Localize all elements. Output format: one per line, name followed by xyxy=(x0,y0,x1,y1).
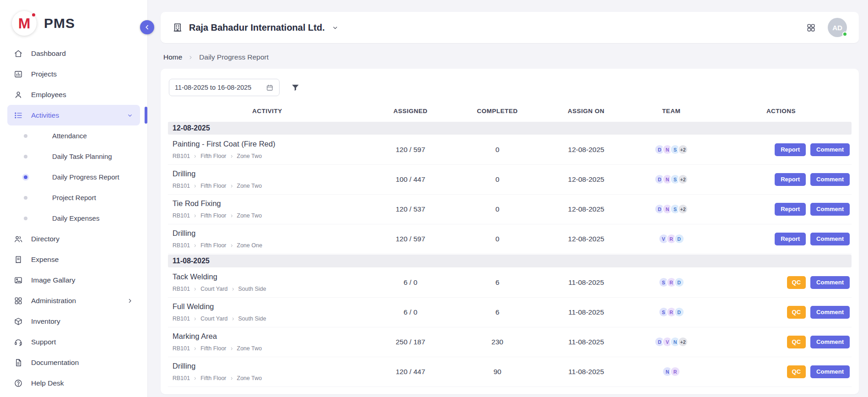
sidebar-item-image-gallary[interactable]: Image Gallary xyxy=(7,270,140,290)
team-avatars: SRD xyxy=(632,307,711,317)
path-segment: RB101 xyxy=(173,286,190,292)
column-header-assign-on: ASSIGN ON xyxy=(540,108,632,114)
assigned-value: 120 / 597 xyxy=(367,235,454,243)
path-segment: Fifth Floor xyxy=(200,345,226,352)
path-segment: RB101 xyxy=(173,242,190,249)
qc-button[interactable]: QC xyxy=(787,306,806,319)
activity-location-path: RB101Fifth FloorZone One xyxy=(173,242,367,249)
bullet-icon xyxy=(24,134,27,138)
sidebar-item-label: Dashboard xyxy=(31,49,66,58)
path-segment: RB101 xyxy=(173,183,190,189)
path-segment: Court Yard xyxy=(200,315,227,322)
activity-cell: DrillingRB101Fifth FloorZone Two xyxy=(168,169,367,189)
activity-cell: Tie Rod FixingRB101Fifth FloorZone Two xyxy=(168,199,367,219)
sidebar-item-inventory[interactable]: Inventory xyxy=(7,311,140,332)
expense-icon xyxy=(14,255,23,264)
activity-title: Drilling xyxy=(173,229,367,238)
activity-title: Tie Rod Fixing xyxy=(173,199,367,208)
comment-button[interactable]: Comment xyxy=(810,173,850,186)
row-actions: QCComment xyxy=(711,336,852,348)
chevron-right-icon xyxy=(193,317,197,321)
path-segment: Zone One xyxy=(237,242,263,249)
building-icon xyxy=(173,22,183,33)
sidebar-subitem-daily-progress-report[interactable]: Daily Progress Report xyxy=(7,167,140,187)
filter-row: 11-08-2025 to 16-08-2025 xyxy=(168,79,852,96)
team-avatars: DNS+2 xyxy=(632,144,711,155)
chevron-right-icon xyxy=(193,376,197,381)
assigned-value: 120 / 597 xyxy=(367,146,454,154)
sidebar-subitem-label: Daily Progress Report xyxy=(52,173,119,181)
sidebar-item-projects[interactable]: Projects xyxy=(7,64,140,84)
row-actions: QCComment xyxy=(711,276,852,289)
team-member-avatar: D xyxy=(674,307,685,317)
comment-button[interactable]: Comment xyxy=(810,336,850,348)
activity-title: Drilling xyxy=(173,362,367,370)
activity-location-path: RB101Fifth FloorZone Two xyxy=(173,375,367,381)
activity-title: Marking Area xyxy=(173,332,367,341)
qc-button[interactable]: QC xyxy=(787,336,806,348)
apps-grid-button[interactable] xyxy=(806,23,816,33)
team-more-badge[interactable]: +2 xyxy=(678,204,688,214)
comment-button[interactable]: Comment xyxy=(810,365,850,378)
company-selector[interactable]: Raja Bahadur International Ltd. xyxy=(173,22,339,33)
report-button[interactable]: Report xyxy=(775,143,806,156)
comment-button[interactable]: Comment xyxy=(810,143,850,156)
column-header-activity: ACTIVITY xyxy=(168,108,367,114)
activity-title: Tack Welding xyxy=(173,272,367,281)
comment-button[interactable]: Comment xyxy=(810,306,850,319)
path-segment: Zone Two xyxy=(237,183,262,189)
support-icon xyxy=(14,337,23,347)
completed-value: 0 xyxy=(454,175,540,184)
date-group-header: 12-08-2025 xyxy=(168,122,852,135)
sidebar-subitem-attendance[interactable]: Attendance xyxy=(7,125,140,146)
sidebar-item-help-desk[interactable]: Help Desk xyxy=(7,373,140,393)
sidebar-item-label: Expense xyxy=(31,256,59,264)
sidebar-item-documentation[interactable]: Documentation xyxy=(7,352,140,373)
sidebar-item-dashboard[interactable]: Dashboard xyxy=(7,43,140,64)
sidebar-item-administration[interactable]: Administration xyxy=(7,290,140,311)
sidebar-subitem-daily-expenses[interactable]: Daily Expenses xyxy=(7,208,140,228)
company-name: Raja Bahadur International Ltd. xyxy=(189,22,325,33)
chevron-right-icon xyxy=(230,347,234,351)
app-logo[interactable]: M PMS xyxy=(0,0,147,39)
path-segment: RB101 xyxy=(173,212,190,219)
sidebar-subitem-daily-task-planning[interactable]: Daily Task Planning xyxy=(7,146,140,167)
report-button[interactable]: Report xyxy=(775,173,806,186)
main-content: Raja Bahadur International Ltd. AD Home … xyxy=(148,0,868,397)
report-button[interactable]: Report xyxy=(775,233,806,245)
activity-cell: Painting - First Coat (Fire Red)RB101Fif… xyxy=(168,140,367,159)
sidebar-item-label: Documentation xyxy=(31,359,79,367)
path-segment: Fifth Floor xyxy=(200,375,226,381)
app-name: PMS xyxy=(44,16,75,31)
completed-value: 230 xyxy=(454,338,540,346)
sidebar-item-support[interactable]: Support xyxy=(7,332,140,352)
table-row: Tie Rod FixingRB101Fifth FloorZone Two12… xyxy=(168,195,852,224)
sidebar-item-employees[interactable]: Employees xyxy=(7,84,140,105)
chevron-down-icon xyxy=(331,24,339,32)
comment-button[interactable]: Comment xyxy=(810,203,850,216)
team-more-badge[interactable]: +2 xyxy=(678,144,688,155)
sidebar-item-activities[interactable]: Activities xyxy=(7,105,140,125)
table-row: Marking AreaRB101Fifth FloorZone Two250 … xyxy=(168,327,852,357)
comment-button[interactable]: Comment xyxy=(810,276,850,289)
qc-button[interactable]: QC xyxy=(787,276,806,289)
filter-button[interactable] xyxy=(291,83,300,92)
sidebar-collapse-button[interactable] xyxy=(140,20,154,34)
team-more-badge[interactable]: +2 xyxy=(678,174,688,185)
content-card: 11-08-2025 to 16-08-2025 ACTIVITY ASSIGN… xyxy=(161,69,859,394)
bullet-icon xyxy=(24,155,27,158)
team-more-badge[interactable]: +2 xyxy=(678,337,688,347)
date-range-input[interactable]: 11-08-2025 to 16-08-2025 xyxy=(169,79,280,96)
sidebar: M PMS DashboardProjectsEmployeesActiviti… xyxy=(0,0,148,397)
breadcrumb-home[interactable]: Home xyxy=(163,53,182,61)
sidebar-subitem-project-report[interactable]: Project Report xyxy=(7,187,140,208)
qc-button[interactable]: QC xyxy=(787,365,806,378)
user-avatar[interactable]: AD xyxy=(828,18,847,37)
sidebar-item-directory[interactable]: Directory xyxy=(7,228,140,249)
comment-button[interactable]: Comment xyxy=(810,233,850,245)
assign-on-date: 11-08-2025 xyxy=(540,368,632,376)
report-button[interactable]: Report xyxy=(775,203,806,216)
completed-value: 0 xyxy=(454,146,540,154)
sidebar-item-expense[interactable]: Expense xyxy=(7,249,140,270)
team-avatars: NR xyxy=(632,366,711,377)
